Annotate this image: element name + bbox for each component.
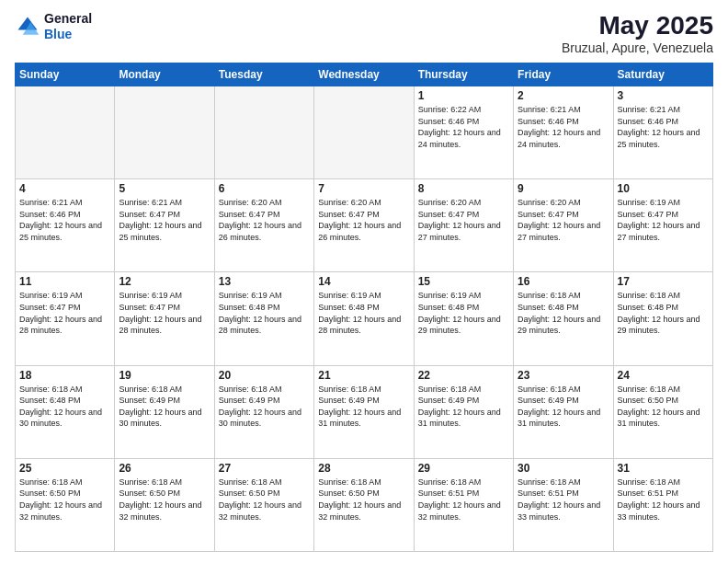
day-number: 10 [618,182,709,195]
day-number: 26 [119,462,210,475]
day-number: 15 [418,275,509,288]
day-info: Sunrise: 6:19 AM Sunset: 6:48 PM Dayligh… [219,290,310,336]
day-info: Sunrise: 6:18 AM Sunset: 6:49 PM Dayligh… [219,384,310,430]
weekday-header-thursday: Thursday [414,63,513,86]
day-number: 23 [518,369,609,382]
calendar-cell: 14Sunrise: 6:19 AM Sunset: 6:48 PM Dayli… [314,272,414,365]
day-number: 22 [418,369,509,382]
calendar-cell: 11Sunrise: 6:19 AM Sunset: 6:47 PM Dayli… [16,272,115,365]
day-number: 29 [418,462,509,475]
day-info: Sunrise: 6:19 AM Sunset: 6:48 PM Dayligh… [418,290,509,336]
calendar-cell: 5Sunrise: 6:21 AM Sunset: 6:47 PM Daylig… [115,179,214,272]
calendar-cell [115,86,214,179]
day-info: Sunrise: 6:21 AM Sunset: 6:47 PM Dayligh… [119,197,210,243]
calendar-table: SundayMondayTuesdayWednesdayThursdayFrid… [15,63,713,552]
day-number: 6 [219,182,310,195]
day-info: Sunrise: 6:21 AM Sunset: 6:46 PM Dayligh… [19,197,110,243]
calendar-cell: 27Sunrise: 6:18 AM Sunset: 6:50 PM Dayli… [214,458,313,551]
day-info: Sunrise: 6:21 AM Sunset: 6:46 PM Dayligh… [518,104,609,150]
day-number: 14 [318,275,409,288]
day-info: Sunrise: 6:18 AM Sunset: 6:50 PM Dayligh… [318,477,409,523]
day-info: Sunrise: 6:18 AM Sunset: 6:49 PM Dayligh… [518,384,609,430]
calendar-cell: 28Sunrise: 6:18 AM Sunset: 6:50 PM Dayli… [314,458,414,551]
day-info: Sunrise: 6:20 AM Sunset: 6:47 PM Dayligh… [318,197,409,243]
day-number: 3 [618,89,709,102]
calendar-cell: 23Sunrise: 6:18 AM Sunset: 6:49 PM Dayli… [514,365,613,458]
calendar-cell: 29Sunrise: 6:18 AM Sunset: 6:51 PM Dayli… [414,458,513,551]
calendar-cell: 9Sunrise: 6:20 AM Sunset: 6:47 PM Daylig… [514,179,613,272]
calendar-cell: 22Sunrise: 6:18 AM Sunset: 6:49 PM Dayli… [414,365,513,458]
day-number: 2 [518,89,609,102]
day-number: 27 [219,462,310,475]
weekday-header-friday: Friday [514,63,613,86]
calendar-cell: 4Sunrise: 6:21 AM Sunset: 6:46 PM Daylig… [16,179,115,272]
weekday-header-saturday: Saturday [613,63,712,86]
week-row-3: 11Sunrise: 6:19 AM Sunset: 6:47 PM Dayli… [16,272,713,365]
calendar-cell: 26Sunrise: 6:18 AM Sunset: 6:50 PM Dayli… [115,458,214,551]
calendar-cell: 6Sunrise: 6:20 AM Sunset: 6:47 PM Daylig… [214,179,313,272]
weekday-header-row: SundayMondayTuesdayWednesdayThursdayFrid… [16,63,713,86]
day-number: 17 [618,275,709,288]
weekday-header-tuesday: Tuesday [214,63,313,86]
day-info: Sunrise: 6:18 AM Sunset: 6:49 PM Dayligh… [318,384,409,430]
day-info: Sunrise: 6:18 AM Sunset: 6:48 PM Dayligh… [618,290,709,336]
day-info: Sunrise: 6:18 AM Sunset: 6:48 PM Dayligh… [518,290,609,336]
day-number: 31 [618,462,709,475]
day-number: 24 [618,369,709,382]
day-number: 28 [318,462,409,475]
calendar-cell: 30Sunrise: 6:18 AM Sunset: 6:51 PM Dayli… [514,458,613,551]
day-number: 7 [318,182,409,195]
day-number: 25 [19,462,110,475]
location-title: Bruzual, Apure, Venezuela [562,40,713,55]
calendar-cell: 18Sunrise: 6:18 AM Sunset: 6:48 PM Dayli… [16,365,115,458]
day-number: 9 [518,182,609,195]
day-info: Sunrise: 6:20 AM Sunset: 6:47 PM Dayligh… [219,197,310,243]
calendar-cell [214,86,313,179]
day-info: Sunrise: 6:19 AM Sunset: 6:47 PM Dayligh… [618,197,709,243]
day-info: Sunrise: 6:21 AM Sunset: 6:46 PM Dayligh… [618,104,709,150]
week-row-2: 4Sunrise: 6:21 AM Sunset: 6:46 PM Daylig… [16,179,713,272]
day-info: Sunrise: 6:19 AM Sunset: 6:47 PM Dayligh… [19,290,110,336]
calendar-cell: 15Sunrise: 6:19 AM Sunset: 6:48 PM Dayli… [414,272,513,365]
day-info: Sunrise: 6:18 AM Sunset: 6:51 PM Dayligh… [418,477,509,523]
calendar-cell: 2Sunrise: 6:21 AM Sunset: 6:46 PM Daylig… [514,86,613,179]
calendar-cell [16,86,115,179]
calendar-cell: 10Sunrise: 6:19 AM Sunset: 6:47 PM Dayli… [613,179,712,272]
calendar-cell: 3Sunrise: 6:21 AM Sunset: 6:46 PM Daylig… [613,86,712,179]
day-info: Sunrise: 6:18 AM Sunset: 6:50 PM Dayligh… [219,477,310,523]
day-number: 20 [219,369,310,382]
day-number: 16 [518,275,609,288]
calendar-cell [314,86,414,179]
weekday-header-wednesday: Wednesday [314,63,414,86]
day-number: 11 [19,275,110,288]
page: General Blue May 2025 Bruzual, Apure, Ve… [0,0,728,563]
calendar-cell: 24Sunrise: 6:18 AM Sunset: 6:50 PM Dayli… [613,365,712,458]
calendar-cell: 25Sunrise: 6:18 AM Sunset: 6:50 PM Dayli… [16,458,115,551]
day-info: Sunrise: 6:18 AM Sunset: 6:50 PM Dayligh… [618,384,709,430]
day-number: 19 [119,369,210,382]
week-row-1: 1Sunrise: 6:22 AM Sunset: 6:46 PM Daylig… [16,86,713,179]
calendar-cell: 8Sunrise: 6:20 AM Sunset: 6:47 PM Daylig… [414,179,513,272]
weekday-header-monday: Monday [115,63,214,86]
day-info: Sunrise: 6:18 AM Sunset: 6:48 PM Dayligh… [19,384,110,430]
day-number: 13 [219,275,310,288]
weekday-header-sunday: Sunday [16,63,115,86]
title-block: May 2025 Bruzual, Apure, Venezuela [562,11,713,55]
calendar-cell: 1Sunrise: 6:22 AM Sunset: 6:46 PM Daylig… [414,86,513,179]
day-info: Sunrise: 6:18 AM Sunset: 6:51 PM Dayligh… [618,477,709,523]
day-number: 4 [19,182,110,195]
calendar-cell: 19Sunrise: 6:18 AM Sunset: 6:49 PM Dayli… [115,365,214,458]
week-row-5: 25Sunrise: 6:18 AM Sunset: 6:50 PM Dayli… [16,458,713,551]
day-info: Sunrise: 6:18 AM Sunset: 6:50 PM Dayligh… [119,477,210,523]
day-info: Sunrise: 6:19 AM Sunset: 6:47 PM Dayligh… [119,290,210,336]
month-title: May 2025 [562,11,713,40]
calendar-cell: 21Sunrise: 6:18 AM Sunset: 6:49 PM Dayli… [314,365,414,458]
calendar-cell: 12Sunrise: 6:19 AM Sunset: 6:47 PM Dayli… [115,272,214,365]
calendar-cell: 7Sunrise: 6:20 AM Sunset: 6:47 PM Daylig… [314,179,414,272]
day-number: 8 [418,182,509,195]
week-row-4: 18Sunrise: 6:18 AM Sunset: 6:48 PM Dayli… [16,365,713,458]
day-info: Sunrise: 6:18 AM Sunset: 6:49 PM Dayligh… [119,384,210,430]
day-info: Sunrise: 6:18 AM Sunset: 6:50 PM Dayligh… [19,477,110,523]
logo-icon [15,14,40,40]
day-number: 21 [318,369,409,382]
